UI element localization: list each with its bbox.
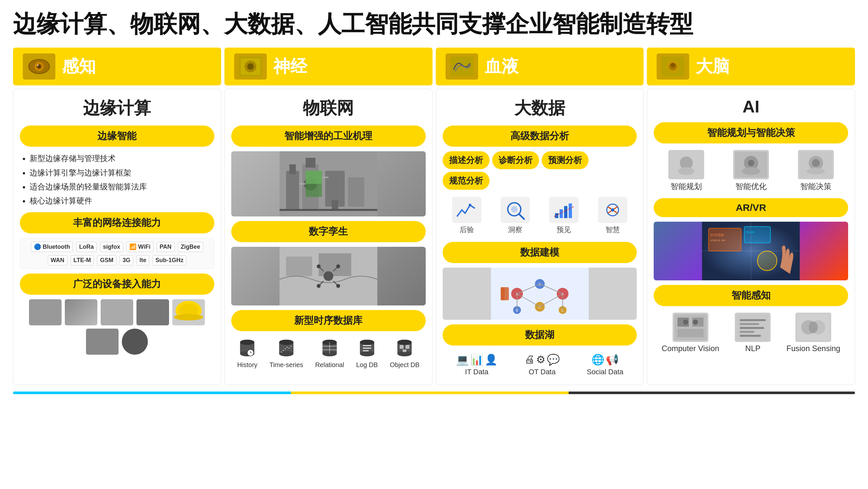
houyan-icon-shape — [452, 197, 482, 223]
db-objectdb: Object DB — [390, 339, 420, 369]
svg-point-78 — [397, 340, 412, 345]
devices-row — [20, 299, 214, 355]
iot-drone-img — [231, 247, 426, 306]
net-lte: lte — [136, 255, 149, 265]
it-icon-2: 📊 — [470, 353, 483, 366]
ai-decision-label: 智能决策 — [800, 181, 832, 192]
cv-img — [673, 313, 708, 342]
ai-planning: 智能规划 — [668, 150, 704, 192]
it-icon-3: 👤 — [485, 353, 498, 366]
svg-rect-129 — [745, 227, 771, 243]
svg-point-140 — [683, 319, 688, 325]
net-ltem: LTE-M — [71, 255, 94, 265]
db-objectdb-icon — [396, 339, 413, 359]
svg-point-121 — [742, 167, 760, 175]
ai-optimization-label: 智能优化 — [736, 181, 767, 192]
column-dashuju: 大数据 高级数据分析 描述分析 诊断分析 预测分析 规范分析 后验 — [436, 89, 644, 385]
device-img-5 — [172, 299, 205, 325]
ot-data: 🖨 ⚙ 💬 OT Data — [524, 353, 560, 376]
svg-rect-18 — [286, 171, 299, 210]
social-data-label: Social Data — [587, 368, 624, 376]
svg-point-85 — [511, 206, 518, 212]
db-history-label: History — [237, 361, 257, 369]
it-data-label: IT Data — [465, 368, 489, 376]
col4-title: AI — [654, 97, 848, 116]
svg-rect-144 — [740, 323, 759, 325]
svg-point-35 — [323, 271, 333, 281]
nlp-img — [735, 313, 771, 342]
col2-pill3: 新型时序数据库 — [231, 310, 426, 331]
dongcha-label: 洞察 — [508, 225, 522, 235]
col2-title: 物联网 — [231, 97, 426, 120]
main-title: 边缘计算、物联网、大数据、人工智能共同支撑企业智能制造转型 — [13, 10, 855, 38]
analysis-icons-row: 后验 洞察 — [443, 194, 637, 237]
ganzhi-label: 感知 — [62, 55, 96, 78]
ai-planning-label: 智能规划 — [671, 181, 702, 192]
device-img-2 — [65, 299, 97, 325]
analysis-guifan: 规范分析 — [443, 172, 490, 190]
column-ai: AI 智能规划与智能决策 智能规划 — [647, 89, 855, 385]
device-img-7 — [122, 328, 148, 355]
fusion-sensing: Fusion Sensing — [786, 313, 840, 353]
db-logdb-label: Log DB — [356, 361, 378, 369]
svg-text:STATUS: OK: STATUS: OK — [710, 239, 726, 242]
svg-rect-24 — [332, 200, 338, 210]
db-timeseries-icon — [278, 339, 294, 359]
computer-vision: Computer Vision — [661, 313, 719, 353]
svg-point-16 — [179, 304, 198, 318]
top-icon-ganzhi: 感知 — [13, 48, 221, 85]
yujian-icon-shape — [549, 197, 579, 223]
top-icon-shenjing: 神经 — [224, 48, 433, 85]
svg-rect-87 — [560, 209, 563, 218]
svg-point-151 — [809, 321, 818, 333]
col1-pill1: 边缘智能 — [20, 125, 214, 147]
db-history-icon — [239, 339, 255, 359]
svg-point-71 — [360, 340, 374, 345]
svg-point-41 — [336, 264, 340, 268]
device-img-3 — [101, 299, 133, 325]
fusion-img — [795, 313, 831, 342]
svg-point-122 — [748, 160, 754, 166]
cv-label: Computer Vision — [661, 344, 719, 353]
svg-rect-19 — [289, 164, 296, 174]
network-logos: 🔵 Bluetooth LoRa sigfox 📶 WiFi PAN ZigBe… — [20, 238, 214, 269]
svg-rect-88 — [564, 206, 567, 218]
device-img-6 — [86, 328, 119, 355]
svg-point-40 — [317, 264, 320, 268]
svg-rect-34 — [318, 253, 351, 276]
xueye-icon — [445, 54, 478, 80]
col2-pill2: 数字孪生 — [231, 221, 426, 242]
analysis-miaoshu: 描述分析 — [443, 151, 490, 169]
shenjing-icon — [234, 54, 267, 80]
col1-pill3: 广泛的设备接入能力 — [20, 274, 214, 295]
svg-rect-27 — [348, 177, 364, 207]
danao-icon — [657, 54, 689, 80]
col2-pill1: 智能增强的工业机理 — [231, 125, 426, 147]
icon-zhihui: 智慧 — [598, 197, 627, 235]
ganzhi-icon — [23, 54, 55, 80]
analysis-yuce: 预测分析 — [541, 151, 589, 169]
column-wulianwang: 物联网 智能增强的工业机理 数字孪生 — [224, 89, 433, 385]
col3-title: 大数据 — [443, 97, 637, 120]
ot-icon-1: 🖨 — [524, 353, 535, 366]
columns-row: 边缘计算 边缘智能 新型边缘存储与管理技术 边缘计算引擎与边缘计算框架 适合边缘… — [13, 89, 855, 385]
bullet-item: 适合边缘场景的轻量级智能算法库 — [30, 180, 214, 194]
col3-pill3: 数据湖 — [443, 324, 637, 346]
bullet-item: 新型边缘存储与管理技术 — [30, 151, 214, 165]
db-icons-row: History — [231, 336, 426, 372]
net-sigfox: sigfox — [100, 242, 123, 252]
fusion-label: Fusion Sensing — [786, 344, 840, 353]
it-data: 💻 📊 👤 IT Data — [456, 353, 498, 376]
danao-label: 大脑 — [696, 55, 730, 78]
device-img-1 — [29, 299, 62, 325]
social-icon-1: 🌐 — [591, 353, 604, 366]
svg-text:SYSTEM: SYSTEM — [710, 233, 724, 237]
svg-rect-21 — [306, 158, 315, 168]
svg-point-125 — [812, 159, 820, 167]
analysis-zhenduan: 诊断分析 — [492, 151, 539, 169]
svg-point-126 — [807, 168, 825, 174]
zhihui-label: 智慧 — [606, 225, 620, 235]
db-relational: Relational — [315, 339, 344, 369]
col1-title: 边缘计算 — [20, 97, 214, 120]
svg-rect-139 — [678, 329, 704, 337]
